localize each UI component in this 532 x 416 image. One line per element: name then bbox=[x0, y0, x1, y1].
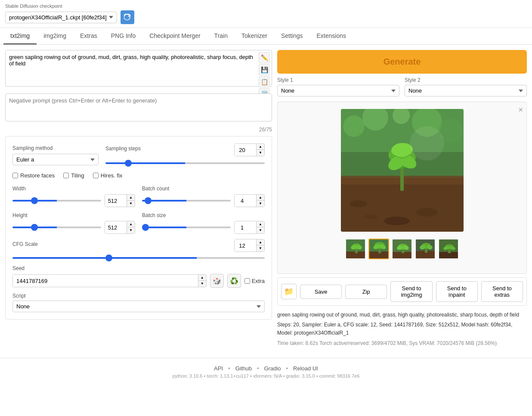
height-up-button[interactable]: ▲ bbox=[127, 221, 135, 227]
height-slider[interactable] bbox=[12, 227, 101, 228]
dice-icon: 🎲 bbox=[213, 277, 221, 285]
checkpoint-label: Stable Diffusion checkpoint bbox=[5, 3, 527, 9]
paste-prompt-button[interactable]: 📋 bbox=[259, 76, 270, 87]
sampling-method-select[interactable]: Euler a bbox=[12, 154, 99, 165]
tiling-checkbox[interactable]: Tiling bbox=[63, 172, 84, 179]
script-select[interactable]: None bbox=[12, 301, 265, 312]
extra-checkbox-label[interactable]: Extra bbox=[244, 278, 265, 284]
sampling-steps-input-wrap: ▲ ▼ bbox=[234, 143, 265, 156]
tab-extensions[interactable]: Extensions bbox=[310, 28, 353, 44]
svg-point-21 bbox=[410, 126, 444, 161]
positive-prompt-input[interactable]: green sapling rowing out of ground, mud,… bbox=[6, 50, 272, 85]
cfg-down-button[interactable]: ▼ bbox=[257, 245, 264, 251]
height-input[interactable] bbox=[105, 221, 127, 233]
svg-point-2 bbox=[343, 115, 365, 137]
checkpoint-select[interactable]: protogenX34OfficialR_1.ckpt [60fe2f34] bbox=[5, 12, 117, 23]
github-link[interactable]: Github bbox=[235, 365, 252, 372]
tab-train[interactable]: Train bbox=[207, 28, 235, 44]
recycle-icon: ♻️ bbox=[230, 277, 238, 285]
batch-size-input[interactable] bbox=[235, 221, 256, 233]
tab-checkpoint-merger[interactable]: Checkpoint Merger bbox=[142, 28, 207, 44]
hires-fix-input[interactable] bbox=[93, 173, 99, 178]
thumbnail-4[interactable] bbox=[415, 239, 436, 259]
tab-png-info[interactable]: PNG Info bbox=[104, 28, 143, 44]
tab-tokenizer[interactable]: Tokenizer bbox=[235, 28, 274, 44]
edit-prompt-button[interactable]: ✏️ bbox=[259, 52, 270, 63]
height-label: Height bbox=[12, 212, 135, 218]
sampling-steps-stepper: ▲ ▼ bbox=[256, 144, 264, 156]
sampling-steps-label: Sampling steps bbox=[105, 146, 141, 152]
negative-prompt-input[interactable] bbox=[6, 94, 272, 120]
style2-select[interactable]: None bbox=[405, 85, 527, 96]
restore-faces-checkbox[interactable]: Restore faces bbox=[12, 172, 55, 179]
tab-extras[interactable]: Extras bbox=[73, 28, 104, 44]
batch-count-down-button[interactable]: ▼ bbox=[257, 201, 264, 207]
tiling-input[interactable] bbox=[63, 173, 69, 178]
sampling-steps-slider[interactable] bbox=[105, 162, 265, 164]
cfg-up-button[interactable]: ▲ bbox=[257, 239, 264, 245]
thumbnail-5[interactable] bbox=[438, 239, 459, 259]
style1-label: Style 1 bbox=[277, 77, 399, 83]
footer-info: python: 3.10.6 • torch: 1.13.1+cu117 • x… bbox=[7, 373, 525, 379]
cfg-scale-input[interactable] bbox=[235, 239, 256, 251]
style1-select[interactable]: None bbox=[277, 85, 399, 96]
script-label: Script bbox=[12, 293, 265, 299]
sampling-method-label: Sampling method bbox=[12, 145, 99, 151]
footer: API • Github • Gradio • Reload UI python… bbox=[0, 358, 532, 385]
token-counter: 26/75 bbox=[5, 127, 272, 133]
action-buttons-row: 📁 Save Zip Send toimg2img Send toinpaint… bbox=[277, 277, 527, 306]
output-info: green sapling rowing out of ground, mud,… bbox=[277, 309, 527, 349]
gradio-link[interactable]: Gradio bbox=[264, 365, 281, 372]
open-folder-button[interactable]: 📁 bbox=[281, 284, 297, 299]
steps-down-button[interactable]: ▼ bbox=[257, 150, 264, 156]
zip-button[interactable]: Zip bbox=[345, 285, 387, 299]
image-display: × bbox=[277, 102, 527, 274]
width-down-button[interactable]: ▼ bbox=[127, 201, 135, 207]
restore-faces-input[interactable] bbox=[12, 173, 18, 178]
batch-count-input[interactable] bbox=[235, 195, 256, 207]
thumbnail-2[interactable] bbox=[368, 239, 389, 259]
api-link[interactable]: API bbox=[214, 365, 223, 372]
batch-count-slider[interactable] bbox=[142, 200, 231, 202]
seed-dice-button[interactable]: 🎲 bbox=[210, 274, 224, 288]
tab-txt2img[interactable]: txt2img bbox=[3, 28, 37, 44]
tab-img2img[interactable]: img2img bbox=[37, 28, 73, 44]
tab-settings[interactable]: Settings bbox=[274, 28, 310, 44]
batch-count-up-button[interactable]: ▲ bbox=[257, 195, 264, 201]
send-to-img2img-button[interactable]: Send toimg2img bbox=[390, 281, 432, 302]
send-to-extras-button[interactable]: Send toextras bbox=[481, 281, 523, 302]
save-button[interactable]: Save bbox=[300, 285, 342, 299]
seed-recycle-button[interactable]: ♻️ bbox=[227, 274, 241, 288]
batch-size-slider[interactable] bbox=[142, 227, 231, 228]
generate-button[interactable]: Generate bbox=[277, 50, 527, 74]
refresh-icon bbox=[124, 14, 131, 21]
hires-fix-checkbox[interactable]: Hires. fix bbox=[93, 172, 123, 179]
width-input[interactable] bbox=[105, 195, 127, 207]
seed-down-button[interactable]: ▼ bbox=[198, 281, 206, 287]
folder-icon: 📁 bbox=[284, 287, 294, 296]
width-slider[interactable] bbox=[12, 200, 101, 202]
reload-ui-link[interactable]: Reload UI bbox=[293, 365, 318, 372]
close-image-button[interactable]: × bbox=[518, 106, 523, 115]
batch-size-label: Batch size bbox=[142, 212, 265, 218]
width-label: Width bbox=[12, 186, 135, 192]
save-prompt-button[interactable]: 💾 bbox=[259, 64, 270, 75]
send-to-inpaint-button[interactable]: Send toinpaint bbox=[436, 281, 478, 302]
sampling-steps-input[interactable] bbox=[235, 144, 256, 156]
cfg-scale-slider[interactable] bbox=[12, 257, 265, 259]
batch-size-down-button[interactable]: ▼ bbox=[257, 227, 264, 233]
refresh-checkpoint-button[interactable] bbox=[121, 10, 134, 24]
thumbnail-3[interactable] bbox=[392, 239, 412, 259]
svg-point-9 bbox=[350, 200, 367, 207]
extra-checkbox[interactable] bbox=[244, 278, 250, 284]
seed-label: Seed bbox=[12, 265, 265, 271]
svg-point-10 bbox=[416, 208, 438, 217]
steps-up-button[interactable]: ▲ bbox=[257, 144, 264, 150]
width-up-button[interactable]: ▲ bbox=[127, 195, 135, 201]
generated-image bbox=[341, 109, 464, 232]
thumbnail-1[interactable] bbox=[345, 239, 366, 259]
seed-input[interactable] bbox=[13, 275, 198, 287]
height-down-button[interactable]: ▼ bbox=[127, 227, 135, 233]
seed-up-button[interactable]: ▲ bbox=[198, 275, 206, 281]
batch-size-up-button[interactable]: ▲ bbox=[257, 221, 264, 227]
